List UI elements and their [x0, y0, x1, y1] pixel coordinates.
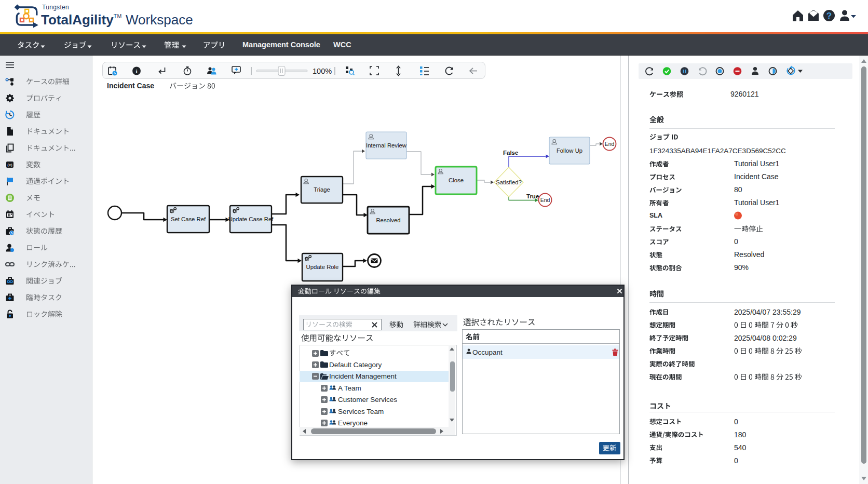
- svg-text:Follow Up: Follow Up: [557, 147, 582, 154]
- svg-text:Triage: Triage: [314, 186, 330, 193]
- svg-text:?: ?: [826, 11, 832, 21]
- svg-text:Update Case Ref: Update Case Ref: [228, 216, 274, 222]
- svg-text:(x): (x): [7, 163, 12, 167]
- svg-text:True: True: [526, 193, 539, 199]
- svg-text:End: End: [540, 197, 550, 203]
- svg-text:Resolved: Resolved: [376, 217, 400, 223]
- svg-text:Satisfied?: Satisfied?: [496, 179, 522, 185]
- svg-text:End: End: [605, 141, 615, 147]
- svg-text:Internal Review: Internal Review: [366, 142, 407, 149]
- svg-text:False: False: [503, 150, 518, 156]
- svg-text:Update Role: Update Role: [306, 264, 339, 270]
- svg-text:Close: Close: [449, 177, 464, 183]
- svg-text:Set Case Ref: Set Case Ref: [171, 216, 206, 222]
